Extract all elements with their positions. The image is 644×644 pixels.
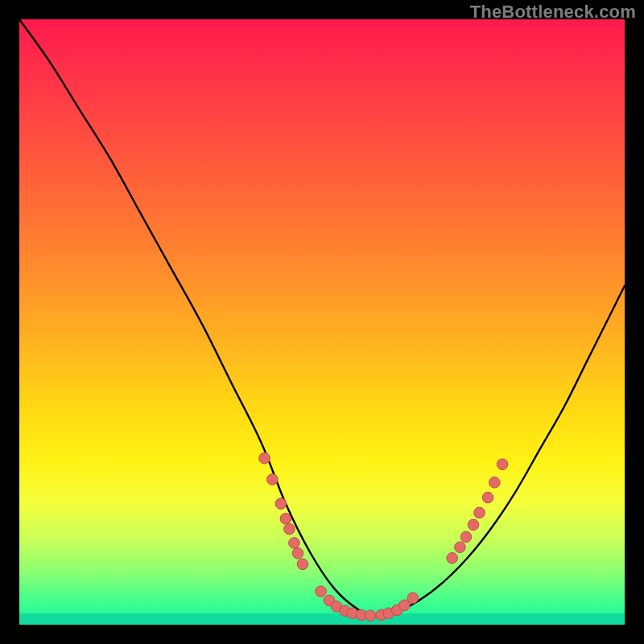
bottleneck-curve [19, 19, 625, 616]
data-marker [259, 452, 270, 464]
data-marker [482, 492, 493, 503]
data-marker [497, 459, 508, 470]
data-marker [455, 542, 466, 553]
data-marker [275, 498, 287, 510]
data-marker [316, 586, 327, 597]
data-marker [447, 552, 458, 564]
chart-stage: TheBottleneck.com [0, 0, 644, 644]
data-marker [284, 523, 295, 535]
data-marker [365, 610, 376, 621]
data-marker [292, 547, 303, 559]
data-marker [289, 538, 300, 549]
data-marker [267, 474, 279, 485]
data-marker [460, 531, 472, 543]
data-marker [489, 477, 501, 488]
data-marker [297, 559, 308, 570]
watermark-text: TheBottleneck.com [470, 2, 636, 23]
data-marker [474, 507, 485, 518]
curve-layer [19, 19, 625, 625]
data-marker [407, 592, 419, 604]
plot-area [19, 19, 625, 625]
data-marker [280, 514, 291, 525]
data-marker [468, 519, 479, 530]
